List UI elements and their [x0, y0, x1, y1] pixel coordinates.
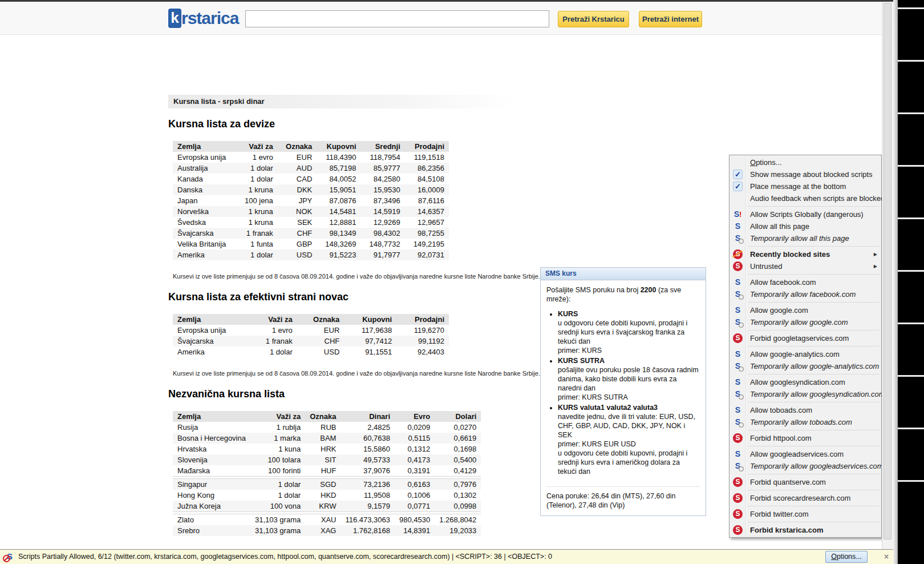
table-cell: 0,1006 [395, 490, 435, 501]
menu-item-temporarily-allow-googlesyndication-com[interactable]: STemporarily allow googlesyndication.com [730, 388, 881, 400]
table-cell: 0,0270 [435, 422, 481, 433]
search-krstarica-button[interactable]: Pretraži Krstaricu [558, 11, 629, 27]
table-cell: 98,4302 [361, 228, 405, 239]
sms-keyword-line: pošaljite ovu poruku posle 18 časova rad… [558, 365, 700, 393]
vertical-scrollbar[interactable] [882, 2, 893, 549]
menu-item-label: Temporarily allow googlesyndication.com [750, 390, 885, 398]
table-cell: 98,1349 [317, 228, 360, 239]
table-cell: 117,9638 [344, 325, 396, 336]
menu-item-untrusted[interactable]: SUntrusted▶ [730, 260, 881, 272]
table-cell: 97,7412 [344, 336, 396, 347]
table-row: Norveška1 krunaNOK14,548114,591914,6357 [173, 206, 449, 217]
table-cell: HRK [305, 444, 341, 454]
menu-item-forbid-quantserve-com[interactable]: SForbid quantserve.com [730, 476, 881, 488]
sms-keyword-line: u odgovoru ćete dobiti kupovni, prodajni… [558, 319, 700, 346]
table-cell: 37,9076 [341, 465, 395, 477]
menu-item-options[interactable]: Options... [730, 156, 881, 168]
table-cell: 15,9051 [317, 184, 360, 195]
table-cell: 1 marka [250, 433, 305, 444]
table-cell: Kanada [173, 174, 236, 184]
submenu-arrow-icon: ▶ [874, 260, 877, 272]
menu-item-label: Show message about blocked scripts [750, 170, 873, 179]
menu-item-forbid-googletagservices-com[interactable]: SForbid googletagservices.com [730, 332, 881, 344]
table-cell: XAU [305, 514, 341, 526]
table-row: Kanada1 dolarCAD84,005284,258084,5108 [173, 174, 449, 184]
table-cell: Evropska unija [173, 325, 249, 336]
table-cell: 0,5115 [395, 433, 435, 444]
window-right-edge [893, 0, 898, 564]
menu-item-place-message-at-the-bottom[interactable]: ✓Place message at the bottom [730, 180, 881, 192]
menu-item-allow-scripts-globally-dangerous[interactable]: S!Allow Scripts Globally (dangerous) [730, 208, 881, 220]
noscript-partial-icon: S [5, 551, 15, 562]
table-header-row: ZemljaVaži zaOznakaKupovniSrednjiProdajn… [173, 141, 449, 152]
menu-item-forbid-krstarica-com[interactable]: SForbid krstarica.com [730, 524, 881, 536]
sms-keyword-title: KURS valuta1 valuta2 valuta3 [558, 403, 700, 412]
search-input[interactable] [245, 10, 549, 27]
column-header: Dolari [435, 411, 481, 422]
menu-item-allow-google-analytics-com[interactable]: SAllow google-analytics.com [730, 348, 881, 360]
search-internet-label: Pretraži internet [642, 11, 699, 27]
table-cell: 15,9530 [361, 184, 405, 195]
status-options-button[interactable]: Options... [825, 551, 868, 563]
s-forbid-icon: S [733, 477, 743, 487]
table-cell: 1 evro [249, 325, 297, 336]
menu-item-allow-all-this-page[interactable]: SAllow all this page [730, 220, 881, 232]
menu-item-temporarily-allow-googleadservices-com[interactable]: STemporarily allow googleadservices.com [730, 460, 881, 472]
table-cell: 92,0731 [405, 249, 449, 260]
menu-item-temporarily-allow-toboads-com[interactable]: STemporarily allow toboads.com [730, 416, 881, 428]
menu-item-label: Allow google.com [750, 306, 808, 315]
table-cell: 0,7976 [435, 479, 481, 490]
table-row: Rusija1 rubljaRUB2,48250,02090,0270 [173, 422, 481, 433]
menu-item-show-message-about-blocked-scripts[interactable]: ✓Show message about blocked scripts [730, 168, 881, 180]
column-header: Važi za [249, 314, 297, 325]
table-cell: EUR [278, 152, 317, 163]
table-cell: 0,4173 [395, 454, 435, 465]
menu-item-label: Temporarily allow toboads.com [750, 418, 852, 426]
table-cell: 1 kruna [236, 217, 277, 228]
table-cell: 1 franak [236, 228, 277, 239]
menu-separator [730, 520, 881, 524]
s-forbid-icon: S [733, 433, 743, 443]
table-cell: 1 rublja [250, 422, 305, 433]
table-cell: 73,2136 [341, 479, 395, 490]
logo-text: rstarica [181, 9, 238, 27]
menu-item-forbid-twitter-com[interactable]: SForbid twitter.com [730, 508, 881, 520]
table-cell: 118,4390 [317, 152, 360, 163]
menu-item-temporarily-allow-facebook-com[interactable]: STemporarily allow facebook.com [730, 288, 881, 300]
menu-item-audio-feedback-when-scripts-are-blocked[interactable]: Audio feedback when scripts are blocked [730, 192, 881, 204]
table-cell: 14,5481 [317, 206, 360, 217]
menu-item-label: Options... [750, 158, 782, 167]
menu-item-allow-google-com[interactable]: SAllow google.com [730, 304, 881, 316]
menu-item-recently-blocked-sites[interactable]: SRecently blocked sites▶ [730, 248, 881, 260]
table-cell: 98,7255 [405, 228, 449, 239]
menu-item-allow-googleadservices-com[interactable]: SAllow googleadservices.com [730, 448, 881, 460]
table-cell: Mađarska [173, 465, 250, 477]
table-cell: 87,0876 [317, 195, 360, 206]
menu-item-temporarily-allow-google-analytics-com[interactable]: STemporarily allow google-analytics.com [730, 360, 881, 372]
sms-keyword-title: KURS SUTRA [558, 356, 700, 365]
table-cell: SGD [305, 479, 341, 490]
menu-item-allow-googlesyndication-com[interactable]: SAllow googlesyndication.com [730, 376, 881, 388]
status-close-icon[interactable]: × [880, 551, 893, 563]
scrollbar-thumb[interactable] [884, 3, 891, 539]
table-cell: Švajcarska [173, 336, 249, 347]
table-cell: 1 funta [236, 239, 277, 249]
menu-item-allow-facebook-com[interactable]: SAllow facebook.com [730, 276, 881, 288]
menu-item-forbid-httpool-com[interactable]: SForbid httpool.com [730, 432, 881, 444]
krstarica-logo[interactable]: krstarica [168, 9, 238, 28]
menu-item-temporarily-allow-all-this-page[interactable]: STemporarily allow all this page [730, 232, 881, 244]
menu-item-temporarily-allow-google-com[interactable]: STemporarily allow google.com [730, 316, 881, 328]
table-cell: KRW [305, 501, 341, 512]
sms-price-note: Cena poruke: 26,64 din (MTS), 27,60 din … [546, 486, 700, 515]
column-header: Važi za [250, 411, 305, 422]
menu-item-forbid-scorecardresearch-com[interactable]: SForbid scorecardresearch.com [730, 492, 881, 504]
table-row: Južna Koreja100 vonaKRW9,15790,07710,099… [173, 501, 481, 512]
menu-separator [730, 488, 881, 492]
table-cell: 0,0209 [395, 422, 435, 433]
section-heading-devize: Kursna lista za devize [168, 118, 710, 130]
table-cell: 149,2195 [405, 239, 449, 249]
table-cell: 1 dolar [236, 163, 277, 174]
menu-item-allow-toboads-com[interactable]: SAllow toboads.com [730, 404, 881, 416]
search-internet-button[interactable]: Pretraži internet [639, 11, 702, 27]
table-cell: 0,6619 [435, 433, 481, 444]
